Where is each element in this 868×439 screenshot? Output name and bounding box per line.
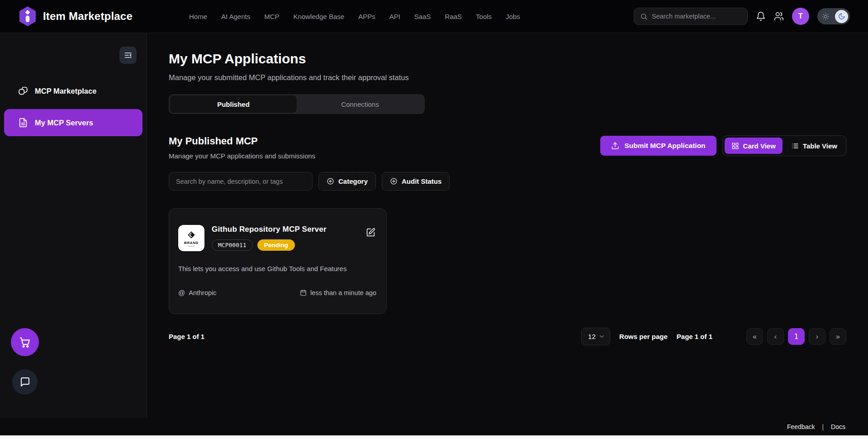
chevrons-left-icon: « <box>752 332 757 341</box>
nav-link-ai-agents[interactable]: AI Agents <box>221 13 250 20</box>
nav-link-apps[interactable]: APPs <box>358 13 375 20</box>
sidebar-item-my-mcp-servers[interactable]: My MCP Servers <box>4 109 142 136</box>
page-info-right: Page 1 of 1 <box>677 333 712 340</box>
cart-button[interactable] <box>11 328 39 356</box>
sidebar-collapse-button[interactable] <box>119 47 137 64</box>
brand-title: Item Marketplace <box>43 10 133 23</box>
grid-icon <box>731 142 739 150</box>
brand-diamond-icon <box>186 230 197 240</box>
user-avatar[interactable]: T <box>792 8 809 25</box>
brand[interactable]: Item Marketplace <box>18 6 133 27</box>
upload-icon <box>611 142 619 150</box>
tab-list: Published Connections <box>169 94 425 114</box>
audit-status-filter-button[interactable]: Audit Status <box>382 172 450 191</box>
file-text-icon <box>18 118 28 128</box>
calendar-icon <box>300 289 307 296</box>
community-button[interactable] <box>774 11 784 21</box>
nav-link-api[interactable]: API <box>389 13 400 20</box>
plus-circle-icon <box>327 177 334 185</box>
edit-pencil-icon <box>366 228 375 237</box>
top-navbar: Item Marketplace Home AI Agents MCP Know… <box>0 0 868 33</box>
page-title: My MCP Applications <box>169 51 846 67</box>
users-icon <box>774 11 784 21</box>
theme-knob <box>835 10 848 23</box>
mcp-code-badge: MCP00011 <box>212 239 253 251</box>
plus-circle-icon <box>390 177 398 185</box>
docs-link[interactable]: Docs <box>831 423 845 430</box>
rows-per-page-select[interactable]: 12 <box>581 328 610 345</box>
section-title: My Published MCP <box>169 135 315 147</box>
card-title: Github Repository MCP Server <box>212 225 358 234</box>
rows-per-page-label: Rows per page <box>619 333 668 340</box>
chevron-left-icon: ‹ <box>774 332 777 341</box>
previous-page-button[interactable]: ‹ <box>767 328 784 345</box>
card-updated: less than a minute ago <box>300 289 376 296</box>
next-page-button[interactable]: › <box>809 328 825 345</box>
page-footer: Feedback | Docs <box>0 418 868 435</box>
nav-link-knowledge-base[interactable]: Knowledge Base <box>294 13 345 20</box>
feedback-link[interactable]: Feedback <box>787 423 815 430</box>
view-toggle: Card View Table View <box>722 135 846 156</box>
sidebar-item-mcp-marketplace[interactable]: MCP Marketplace <box>4 77 142 105</box>
sidebar-menu: MCP Marketplace My MCP Servers <box>0 77 147 136</box>
app-window: Item Marketplace Home AI Agents MCP Know… <box>0 0 868 439</box>
sun-icon <box>822 13 830 20</box>
chevrons-right-icon: » <box>835 332 840 341</box>
chevron-down-icon <box>598 333 605 340</box>
nav-link-raas[interactable]: RaaS <box>445 13 462 20</box>
tab-connections[interactable]: Connections <box>297 95 423 113</box>
main-content: My MCP Applications Manage your submitte… <box>147 33 868 418</box>
moon-icon <box>838 13 845 20</box>
last-page-button[interactable]: » <box>830 328 846 345</box>
chat-bubble-icon <box>19 377 30 387</box>
submit-mcp-application-button[interactable]: Submit MCP Application <box>600 136 716 156</box>
status-badge: Pending <box>257 239 295 251</box>
marketplace-search[interactable] <box>634 8 748 25</box>
bell-icon <box>756 11 766 21</box>
bottom-strip <box>0 435 868 439</box>
nav-link-mcp[interactable]: MCP <box>264 13 279 20</box>
card-search-input[interactable] <box>169 172 313 191</box>
section-subtitle: Manage your MCP applications and submiss… <box>169 152 315 160</box>
brand-logo-icon <box>18 6 37 27</box>
shopping-cart-icon <box>19 336 31 348</box>
mcp-application-card[interactable]: BRAND Github Repository MCP Server MCP00… <box>169 208 387 314</box>
card-logo-tagline <box>188 246 195 247</box>
category-filter-button[interactable]: Category <box>318 172 376 191</box>
nav-link-home[interactable]: Home <box>189 13 207 20</box>
at-sign-icon: @ <box>178 289 185 296</box>
page-info-left: Page 1 of 1 <box>169 333 204 340</box>
page-subtitle: Manage your submitted MCP applications a… <box>169 73 846 82</box>
nav-link-jobs[interactable]: Jobs <box>506 13 520 20</box>
edit-card-button[interactable] <box>365 227 376 238</box>
section-heading: My Published MCP Manage your MCP applica… <box>169 135 315 160</box>
card-view-button[interactable]: Card View <box>725 138 783 154</box>
table-view-button[interactable]: Table View <box>784 138 844 154</box>
tab-published[interactable]: Published <box>170 95 297 113</box>
card-brand-logo: BRAND <box>178 225 204 251</box>
navbar-right: T <box>634 8 850 25</box>
search-icon <box>640 13 648 20</box>
chat-button[interactable] <box>12 369 38 395</box>
sidebar: MCP Marketplace My MCP Servers <box>0 33 147 418</box>
nav-link-saas[interactable]: SaaS <box>414 13 431 20</box>
link-blocks-icon <box>18 86 28 96</box>
search-input[interactable] <box>652 13 741 20</box>
page-1-button[interactable]: 1 <box>788 328 805 345</box>
main-nav: Home AI Agents MCP Knowledge Base APPs A… <box>189 13 520 20</box>
footer-separator: | <box>822 423 824 430</box>
nav-link-tools[interactable]: Tools <box>476 13 492 20</box>
sidebar-item-label: My MCP Servers <box>35 119 93 127</box>
sidebar-item-label: MCP Marketplace <box>35 87 96 95</box>
first-page-button[interactable]: « <box>746 328 763 345</box>
card-logo-text: BRAND <box>184 241 199 245</box>
card-description: This lets you access and use Github Tool… <box>178 265 376 272</box>
collapse-menu-icon <box>123 51 133 60</box>
card-owner: @ Anthropic <box>178 289 217 296</box>
pager: « ‹ 1 › » <box>746 328 846 345</box>
chevron-right-icon: › <box>816 332 819 341</box>
theme-toggle[interactable] <box>817 8 850 24</box>
list-icon <box>791 142 799 150</box>
notifications-button[interactable] <box>756 11 766 21</box>
